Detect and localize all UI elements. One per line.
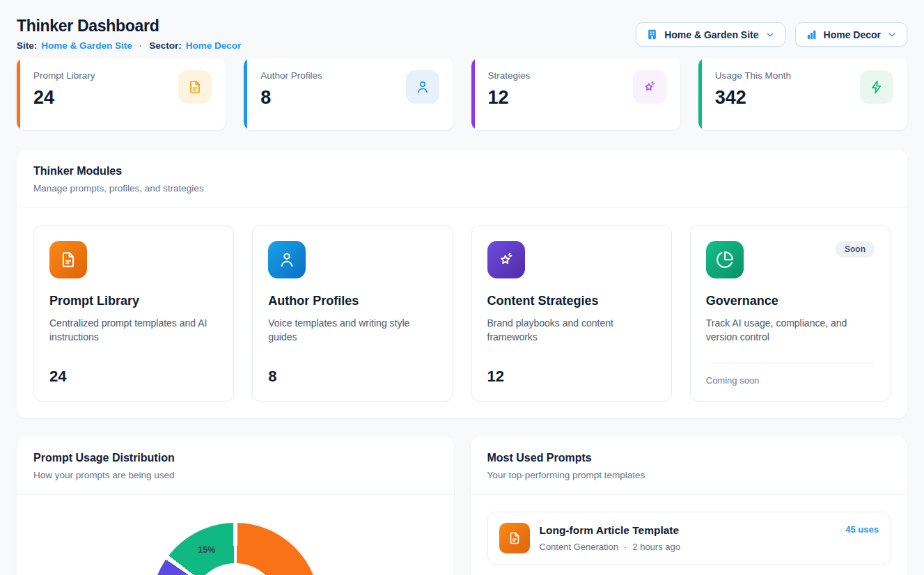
bar-chart-icon: [806, 29, 817, 40]
topbar: Thinker Dashboard Site: Home & Garden Si…: [17, 17, 907, 51]
modules-grid: Prompt Library Centralized prompt templa…: [17, 208, 907, 418]
chevron-down-icon: [765, 30, 775, 40]
usage-panel-title: Prompt Usage Distribution: [33, 452, 437, 464]
stat-cards-row: Prompt Library 24 Author Profiles 8: [17, 58, 907, 130]
module-card-governance: Soon Governance Track AI usage, complian…: [690, 225, 891, 402]
document-icon: [499, 523, 530, 553]
sector-dropdown-label: Home Decor: [824, 29, 881, 40]
star-sparkle-icon: [633, 70, 666, 104]
stat-accent-bar: [244, 58, 247, 130]
document-icon: [178, 70, 212, 104]
lightning-icon: [860, 70, 893, 104]
stat-label: Author Profiles: [260, 70, 322, 81]
site-dropdown-label: Home & Garden Site: [664, 29, 758, 40]
thinker-modules-panel: Thinker Modules Manage prompts, profiles…: [17, 150, 907, 418]
prompt-meta: Content Generation · 2 hours ago: [540, 542, 680, 552]
modules-title: Thinker Modules: [33, 165, 891, 178]
header-controls: Home & Garden Site Home Decor: [636, 22, 907, 47]
prompts-panel-title: Most Used Prompts: [487, 452, 891, 464]
module-count: 24: [49, 368, 218, 386]
user-icon: [406, 70, 439, 104]
stat-accent-bar: [698, 58, 702, 130]
prompt-list: Long-form Article Template Content Gener…: [471, 495, 908, 575]
soon-badge: Soon: [836, 241, 875, 258]
stat-card-author-profiles: Author Profiles 8: [244, 58, 453, 130]
module-description: Brand playbooks and content frameworks: [487, 316, 656, 345]
stat-card-prompt-library: Prompt Library 24: [17, 58, 226, 130]
document-icon: [49, 241, 87, 278]
stat-card-usage: Usage This Month 342: [698, 58, 907, 130]
breadcrumb: Site: Home & Garden Site · Sector: Home …: [17, 40, 241, 51]
divider: [706, 363, 875, 363]
building-icon: [646, 29, 658, 40]
divider: [17, 494, 454, 495]
most-used-prompts-panel: Most Used Prompts Your top-performing pr…: [471, 436, 908, 575]
pie-chart-icon: [706, 241, 744, 278]
user-icon: [268, 241, 306, 278]
prompts-panel-subtitle: Your top-performing prompt templates: [487, 470, 891, 480]
sector-dropdown[interactable]: Home Decor: [795, 22, 907, 47]
module-title: Author Profiles: [268, 294, 437, 308]
prompt-title: Long-form Article Template: [540, 524, 680, 537]
module-card-prompt-library[interactable]: Prompt Library Centralized prompt templa…: [33, 225, 234, 402]
donut-segment-label: 15%: [198, 545, 215, 555]
stat-accent-bar: [471, 58, 475, 130]
module-card-author-profiles[interactable]: Author Profiles Voice templates and writ…: [252, 225, 453, 402]
stat-label: Strategies: [488, 70, 531, 81]
sector-label: Sector:: [149, 40, 182, 51]
bottom-row: Prompt Usage Distribution How your promp…: [17, 436, 907, 575]
page-title: Thinker Dashboard: [17, 17, 241, 36]
usage-panel-subtitle: How your prompts are being used: [33, 470, 437, 480]
prompt-time: 2 hours ago: [632, 542, 680, 552]
modules-subtitle: Manage prompts, profiles, and strategies: [33, 183, 891, 194]
header-left: Thinker Dashboard Site: Home & Garden Si…: [17, 17, 241, 51]
module-description: Voice templates and writing style guides: [268, 316, 437, 345]
stat-value: 12: [488, 87, 531, 109]
star-sparkle-icon: [487, 241, 525, 278]
prompt-category: Content Generation: [540, 542, 618, 552]
dashboard-page: Thinker Dashboard Site: Home & Garden Si…: [0, 0, 924, 575]
chevron-down-icon: [887, 30, 897, 40]
module-title: Content Strategies: [487, 294, 656, 308]
module-count: 8: [268, 368, 437, 386]
usage-distribution-panel: Prompt Usage Distribution How your promp…: [17, 436, 454, 575]
breadcrumb-separator: ·: [139, 40, 143, 51]
prompt-list-item[interactable]: Long-form Article Template Content Gener…: [487, 512, 891, 565]
module-description: Track AI usage, compliance, and version …: [706, 316, 875, 345]
module-description: Centralized prompt templates and AI inst…: [49, 316, 218, 345]
prompt-uses-count: 45 uses: [845, 524, 879, 535]
stat-card-strategies: Strategies 12: [471, 58, 680, 130]
module-title: Governance: [706, 294, 875, 308]
site-dropdown[interactable]: Home & Garden Site: [636, 22, 785, 47]
meta-separator: ·: [624, 542, 627, 552]
stat-label: Usage This Month: [715, 70, 791, 81]
usage-donut-chart: 15%: [151, 523, 320, 575]
site-label: Site:: [17, 40, 37, 51]
module-card-content-strategies[interactable]: Content Strategies Brand playbooks and c…: [471, 225, 672, 402]
stat-value: 342: [715, 87, 791, 109]
stat-value: 8: [260, 87, 322, 109]
module-count: 12: [487, 368, 656, 386]
site-link[interactable]: Home & Garden Site: [41, 40, 132, 51]
stat-value: 24: [33, 87, 95, 109]
stat-label: Prompt Library: [33, 70, 95, 81]
coming-soon-text: Coming soon: [706, 375, 875, 386]
module-title: Prompt Library: [49, 294, 218, 308]
sector-link[interactable]: Home Decor: [186, 40, 242, 51]
stat-accent-bar: [17, 58, 20, 130]
